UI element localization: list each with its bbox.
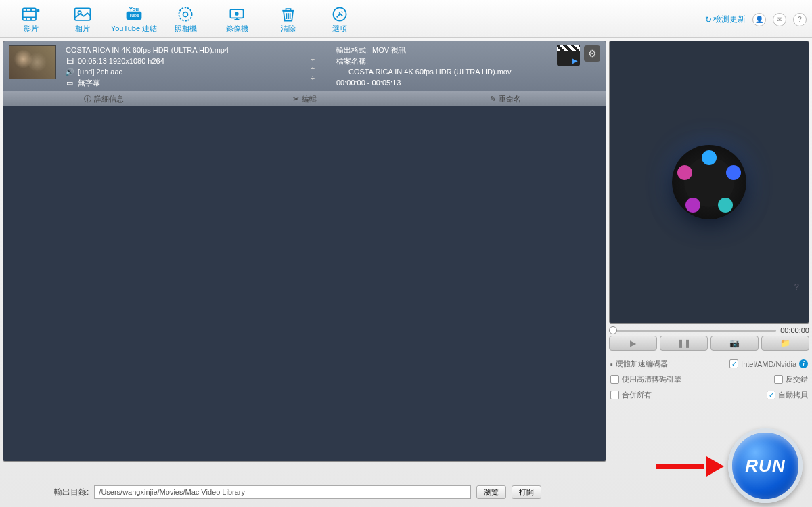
output-bar: 輸出目錄: 瀏覽 打開 — [0, 485, 595, 499]
output-path-input[interactable] — [94, 485, 471, 499]
tool-photo[interactable]: 相片 — [57, 5, 108, 34]
tool-label: 照相機 — [175, 24, 197, 34]
file-list-panel: COSTA RICA IN 4K 60fps HDR (ULTRA HD).mp… — [3, 41, 606, 462]
info-icon[interactable]: i — [799, 359, 808, 368]
out-name-label: 檔案名稱: — [336, 56, 368, 66]
tool-label: YouTube 連結 — [111, 24, 157, 34]
sep[interactable]: ÷ — [289, 64, 336, 72]
file-list: COSTA RICA IN 4K 60fps HDR (ULTRA HD).mp… — [3, 41, 606, 462]
file-name: COSTA RICA IN 4K 60fps HDR (ULTRA HD).mp… — [66, 45, 289, 55]
svg-point-17 — [235, 12, 238, 16]
file-thumbnail — [9, 45, 56, 79]
tool-label: 錄像機 — [226, 24, 248, 34]
recorder-icon — [227, 5, 247, 24]
rename-icon: ✎ — [490, 95, 496, 104]
deint-label: 反交錯 — [786, 374, 808, 384]
sep[interactable]: ÷ — [289, 74, 336, 82]
browse-button[interactable]: 瀏覽 — [476, 485, 506, 499]
tool-label: 影片 — [24, 24, 39, 34]
merge-label: 合併所有 — [622, 390, 652, 400]
svg-point-15 — [183, 12, 188, 17]
playback-time: 00:00:00 — [780, 326, 809, 334]
youtube-icon: TubeYou — [124, 5, 144, 24]
rename-button[interactable]: ✎重命名 — [405, 91, 606, 106]
hw-checkbox[interactable]: ✓ — [729, 359, 738, 368]
tool-clear[interactable]: 清除 — [263, 5, 314, 34]
subtitle-info: 無字幕 — [78, 78, 100, 87]
hq-label: 使用高清轉碼引擎 — [622, 374, 681, 384]
file-entry[interactable]: COSTA RICA IN 4K 60fps HDR (ULTRA HD).mp… — [3, 41, 606, 106]
video-info: 00:05:13 1920x1080 h264 — [78, 56, 164, 66]
preview-area: ? — [609, 41, 809, 324]
playback-slider[interactable] — [609, 327, 776, 334]
tool-label: 選項 — [332, 24, 347, 34]
help-icon[interactable]: ? — [793, 13, 807, 26]
subtitle-icon: ▭ — [66, 79, 74, 87]
film-icon: 🎞 — [66, 57, 74, 65]
check-update-label: 檢測更新 — [713, 14, 746, 25]
mail-icon[interactable]: ✉ — [773, 13, 786, 26]
scissors-icon: ✂ — [293, 95, 299, 104]
svg-rect-0 — [23, 8, 36, 20]
deint-checkbox[interactable] — [774, 375, 783, 384]
run-button[interactable]: RUN — [728, 428, 803, 503]
autocopy-checkbox[interactable]: ✓ — [767, 391, 775, 399]
photo-icon — [72, 5, 93, 24]
main-area: COSTA RICA IN 4K 60fps HDR (ULTRA HD).mp… — [0, 38, 812, 464]
hw-value: Intel/AMD/Nvidia — [741, 360, 796, 368]
open-button[interactable]: 打開 — [512, 485, 541, 499]
out-name-value: COSTA RICA IN 4K 60fps HDR (ULTRA HD).mo… — [348, 67, 511, 76]
time-range: 00:00:00 - 00:05:13 — [336, 78, 401, 87]
toolbar-right: ↻ 檢測更新 👤 ✉ ? — [705, 13, 807, 26]
open-folder-button[interactable]: 📁 — [761, 336, 809, 351]
svg-text:Tube: Tube — [129, 13, 139, 18]
info-icon: ⓘ — [84, 94, 91, 104]
check-update-link[interactable]: ↻ 檢測更新 — [705, 14, 746, 25]
trash-icon — [278, 5, 298, 24]
pause-button[interactable]: ❚❚ — [660, 336, 708, 351]
svg-point-14 — [179, 7, 191, 20]
audio-icon: 🔊 — [66, 68, 74, 76]
help-marker[interactable]: ? — [794, 282, 799, 292]
tool-youtube[interactable]: TubeYou YouTube 連結 — [108, 5, 160, 34]
audio-info: [und] 2ch aac — [78, 67, 122, 76]
camera-icon — [175, 5, 196, 24]
chip-icon: ▪ — [610, 360, 613, 368]
tool-options[interactable]: 選項 — [314, 5, 365, 34]
output-label: 輸出目錄: — [54, 487, 89, 498]
merge-checkbox[interactable] — [610, 391, 619, 399]
file-actions: ⓘ詳細信息 ✂編輯 ✎重命名 — [3, 91, 606, 106]
sep[interactable]: ÷ — [289, 55, 336, 63]
svg-text:You: You — [129, 6, 139, 12]
account-icon[interactable]: 👤 — [752, 13, 766, 26]
autocopy-label: 自動拷貝 — [778, 390, 808, 400]
right-panel: ? 00:00:00 ▶ ❚❚ 📷 📁 ▪硬體加速編碼器: ✓Intel/AMD… — [609, 41, 809, 462]
play-button[interactable]: ▶ — [609, 336, 657, 351]
tool-recorder[interactable]: 錄像機 — [211, 5, 263, 34]
tool-camera[interactable]: 照相機 — [160, 5, 211, 34]
options-panel: ▪硬體加速編碼器: ✓Intel/AMD/Nvidiai 使用高清轉碼引擎 反交… — [609, 356, 809, 403]
out-format-value: MOV 視訊 — [372, 45, 406, 55]
options-icon — [330, 5, 350, 24]
tool-label: 清除 — [281, 24, 296, 34]
video-icon — [21, 5, 41, 24]
snapshot-button[interactable]: 📷 — [710, 336, 759, 351]
toolbar: 影片 相片 TubeYou YouTube 連結 照相機 錄像機 清除 選項 ↻… — [0, 0, 812, 38]
hq-checkbox[interactable] — [610, 375, 619, 384]
tool-video[interactable]: 影片 — [5, 5, 57, 34]
hw-label: 硬體加速編碼器: — [616, 359, 670, 369]
run-area: RUN — [656, 428, 803, 503]
clapper-icon[interactable] — [557, 45, 580, 66]
tool-label: 相片 — [75, 24, 90, 34]
refresh-icon: ↻ — [705, 15, 712, 24]
arrow-icon — [656, 459, 724, 472]
detail-button[interactable]: ⓘ詳細信息 — [3, 91, 204, 106]
out-format-label: 輸出格式: — [336, 45, 368, 55]
edit-button[interactable]: ✂編輯 — [204, 91, 405, 106]
settings-icon[interactable]: ⚙ — [584, 45, 600, 62]
reel-icon — [672, 145, 746, 219]
